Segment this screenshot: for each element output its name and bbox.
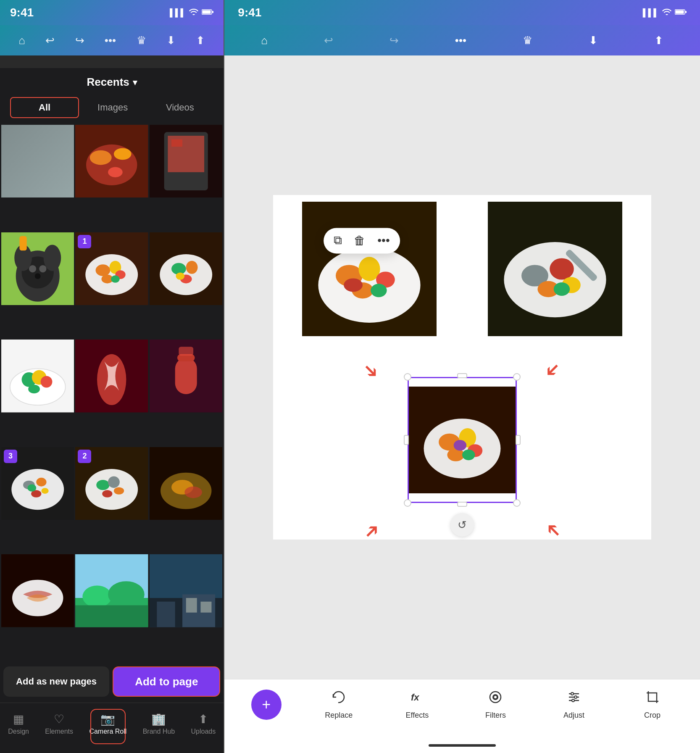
nav-label-design: Design <box>8 728 29 735</box>
svg-rect-1 <box>203 10 211 13</box>
svg-rect-113 <box>648 693 657 701</box>
tool-effects[interactable]: fx Effects <box>396 690 438 720</box>
handle-bottom-mid[interactable] <box>457 502 467 507</box>
list-item[interactable] <box>75 554 148 627</box>
svg-point-7 <box>108 167 123 177</box>
svg-point-68 <box>108 582 145 608</box>
tool-adjust[interactable]: Adjust <box>553 690 595 720</box>
redo-icon-left[interactable]: ↪ <box>75 34 84 47</box>
wifi-icon-left <box>189 8 198 17</box>
svg-point-110 <box>574 696 577 698</box>
handle-top-mid[interactable] <box>457 373 467 378</box>
add-as-new-pages-button[interactable]: Add as new pages <box>3 666 109 697</box>
handle-top-right[interactable] <box>513 373 521 381</box>
list-item[interactable] <box>150 554 222 627</box>
svg-point-101 <box>462 450 475 460</box>
recents-chevron[interactable]: ▾ <box>133 77 137 87</box>
undo-icon-left[interactable]: ↩ <box>45 34 55 47</box>
list-item[interactable] <box>1 125 74 197</box>
arrow-top-left: ➔ <box>359 358 385 384</box>
tab-all[interactable]: All <box>10 97 79 118</box>
nav-item-elements[interactable]: ♡ Elements <box>45 712 73 735</box>
list-item[interactable] <box>75 340 148 412</box>
canvas-photo-food-plate[interactable] <box>466 202 645 336</box>
nav-item-design[interactable]: ▦ Design <box>8 712 29 735</box>
list-item[interactable] <box>150 125 222 197</box>
svg-rect-74 <box>186 598 197 613</box>
recents-header: Recents ▾ <box>0 68 224 94</box>
svg-point-93 <box>554 282 570 296</box>
list-item[interactable] <box>1 554 74 627</box>
selected-photo-wrapper[interactable]: ↺ <box>408 377 517 503</box>
adjust-label: Adjust <box>563 711 584 720</box>
svg-point-29 <box>160 254 212 295</box>
nav-item-brand-hub[interactable]: 🏢 Brand Hub <box>143 712 175 735</box>
handle-bottom-right[interactable] <box>513 499 521 507</box>
svg-point-22 <box>86 254 138 295</box>
selected-photo-container[interactable]: ➔ ➔ ➔ ➔ <box>280 373 645 533</box>
list-item[interactable] <box>75 125 148 197</box>
delete-button[interactable]: 🗑 <box>354 234 366 247</box>
nav-label-elements: Elements <box>45 728 73 735</box>
time-left: 9:41 <box>10 6 34 19</box>
home-icon-right[interactable]: ⌂ <box>261 34 268 47</box>
copy-button[interactable]: ⧉ <box>334 234 342 247</box>
svg-point-27 <box>111 275 120 282</box>
list-item[interactable] <box>150 232 222 305</box>
share-icon-left[interactable]: ⬆ <box>196 34 205 47</box>
tab-videos[interactable]: Videos <box>146 98 213 117</box>
share-icon-right[interactable]: ⬆ <box>654 34 663 47</box>
tool-filters[interactable]: Filters <box>474 690 516 720</box>
undo-icon-right[interactable]: ↩ <box>324 34 333 47</box>
more-icon-right[interactable]: ••• <box>455 34 466 47</box>
replace-icon <box>331 690 346 708</box>
home-icon-left[interactable]: ⌂ <box>18 34 25 47</box>
arrow-top-right: ➔ <box>540 358 566 384</box>
nav-item-camera-roll[interactable]: 📷 Camera Roll <box>89 712 126 735</box>
download-icon-left[interactable]: ⬇ <box>166 34 176 47</box>
handle-right-mid[interactable] <box>516 435 521 445</box>
list-item[interactable]: 3 <box>1 447 74 520</box>
brand-hub-icon: 🏢 <box>151 712 166 726</box>
plus-button[interactable]: + <box>251 690 282 720</box>
arrow-bottom-left: ➔ <box>359 517 385 543</box>
list-item[interactable] <box>1 232 74 305</box>
crown-icon-left[interactable]: ♛ <box>137 34 146 47</box>
more-options-button[interactable]: ••• <box>377 234 389 247</box>
list-item[interactable]: 2 <box>75 447 148 520</box>
svg-point-15 <box>29 265 36 272</box>
tool-crop[interactable]: Crop <box>632 690 674 720</box>
svg-point-33 <box>176 272 184 279</box>
list-item[interactable]: 1 <box>75 232 148 305</box>
home-indicator-right <box>224 738 700 753</box>
download-icon-right[interactable]: ⬇ <box>589 34 598 47</box>
tab-images[interactable]: Images <box>79 98 146 117</box>
svg-point-51 <box>41 488 48 494</box>
photo-badge: 3 <box>4 450 17 463</box>
nav-item-uploads[interactable]: ⬆ Uploads <box>191 712 216 735</box>
tool-replace[interactable]: Replace <box>318 690 360 720</box>
add-to-page-button[interactable]: Add to page <box>113 666 220 697</box>
canvas-photo-fruit-plate[interactable]: ⧉ 🗑 ••• <box>280 202 459 336</box>
toolbar-right: ⌂ ↩ ↪ ••• ♛ ⬇ ⬆ <box>224 25 700 55</box>
status-icons-right: ▌▌▌ <box>643 8 687 17</box>
svg-point-6 <box>114 148 132 160</box>
list-item[interactable] <box>150 340 222 412</box>
crown-icon-right[interactable]: ♛ <box>523 34 532 47</box>
more-icon-left[interactable]: ••• <box>105 34 116 47</box>
handle-left-mid[interactable] <box>404 435 409 445</box>
handle-bottom-left[interactable] <box>404 499 411 507</box>
svg-point-67 <box>83 586 112 608</box>
svg-point-85 <box>371 284 387 297</box>
left-panel: 9:41 ▌▌▌ ⌂ ↩ ↪ ••• ♛ ⬇ ⬆ Recents ▾ All I… <box>0 0 224 753</box>
action-buttons: Add as new pages Add to page <box>0 661 224 703</box>
canvas-content: ⧉ 🗑 ••• <box>273 195 651 540</box>
svg-point-58 <box>103 490 113 497</box>
wifi-icon-right <box>662 8 671 17</box>
list-item[interactable] <box>150 447 222 520</box>
context-menu: ⧉ 🗑 ••• <box>324 228 400 253</box>
rotate-button[interactable]: ↺ <box>450 513 474 537</box>
battery-icon-right <box>675 8 687 17</box>
list-item[interactable] <box>1 340 74 412</box>
redo-icon-right[interactable]: ↪ <box>389 34 399 47</box>
